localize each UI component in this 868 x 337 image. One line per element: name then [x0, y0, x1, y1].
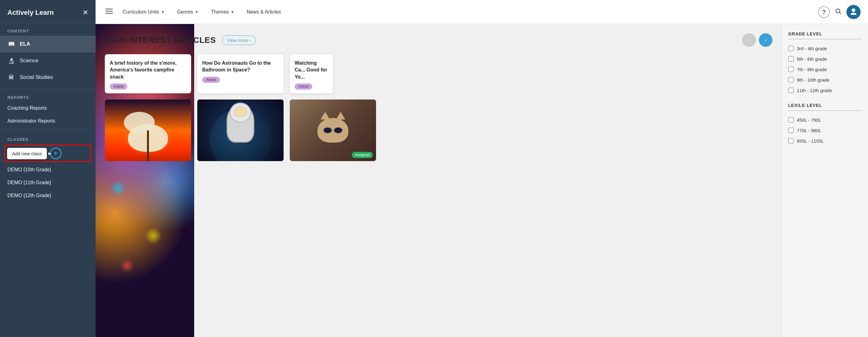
demo10-class[interactable]: DEMO [10th Grade]: [0, 163, 96, 176]
checkbox-grade-5-6[interactable]: [788, 56, 794, 62]
firework-5: [145, 227, 162, 244]
label-grade-9-10: 9th - 10th grade: [797, 77, 830, 82]
themes-button[interactable]: Themes ▼: [206, 7, 240, 17]
filter-lexile-450-790[interactable]: 450L - 790L: [788, 114, 862, 125]
curriculum-dropdown-arrow: ▼: [161, 10, 164, 14]
checkbox-lexile-450-790[interactable]: [788, 117, 794, 123]
svg-rect-1: [105, 11, 113, 12]
checkbox-lexile-955-1155[interactable]: [788, 138, 794, 143]
marshmallow-background: [105, 100, 191, 161]
article-card-watching-title: Watching Ca... Good for Yo...: [295, 60, 328, 80]
sidebar-item-ela[interactable]: 📖 ELA: [0, 36, 96, 53]
nav-actions: ?: [818, 5, 861, 19]
curriculum-units-button[interactable]: Curriculum Units ▼: [118, 7, 169, 17]
demo12-class[interactable]: DEMO [12th Grade]: [0, 189, 96, 202]
genres-dropdown-arrow: ▼: [195, 10, 199, 14]
social-studies-icon: 🏛: [7, 73, 16, 81]
filter-grade-7-8[interactable]: 7th - 8th grade: [788, 64, 862, 74]
article-card-watching-body: Watching Ca... Good for Yo... Article: [290, 54, 333, 93]
assigned-badge: Assigned: [352, 152, 373, 158]
sidebar-item-ela-label: ELA: [20, 41, 30, 47]
top-articles-row: A brief history of the s'more, America's…: [105, 54, 772, 93]
marshmallow-shape-2: [124, 112, 155, 133]
svg-rect-2: [105, 13, 113, 14]
filter-grade-3-4[interactable]: 3rd - 4th grade: [788, 43, 862, 54]
helmet-visor: [234, 106, 247, 117]
demo11-class[interactable]: DEMO [11th Grade]: [0, 176, 96, 189]
article-card-smores-body: A brief history of the s'more, America's…: [105, 54, 191, 93]
svg-point-3: [836, 9, 840, 13]
sidebar-item-science-label: Science: [20, 58, 38, 64]
grade-level-title: GRADE LEVEL: [788, 31, 862, 39]
search-button[interactable]: [833, 6, 843, 18]
content-area: HIGH-INTEREST ARTICLES View more › ‹ ›: [96, 24, 868, 337]
carousel-prev-button[interactable]: ‹: [742, 33, 756, 47]
coaching-reports-link[interactable]: Coaching Reports: [0, 102, 96, 114]
image-cards-row: Assigned: [105, 100, 772, 161]
image-card-marshmallow[interactable]: [105, 100, 191, 161]
label-grade-3-4: 3rd - 4th grade: [797, 46, 827, 51]
carousel-nav: ‹ ›: [742, 33, 772, 47]
article-card-astronauts-body: How Do Astronauts Go to the Bathroom in …: [197, 54, 284, 87]
marshmallow-stick: [147, 130, 149, 161]
astronaut-background: [197, 100, 284, 161]
checkbox-grade-11-12[interactable]: [788, 88, 794, 93]
sidebar-item-social-studies[interactable]: 🏛 Social Studies: [0, 69, 96, 86]
section-header: HIGH-INTEREST ARTICLES View more › ‹ ›: [105, 30, 772, 47]
sidebar: Actively Learn ✕ CONTENT 📖 ELA 🔬 Science…: [0, 0, 96, 337]
filter-grade-9-10[interactable]: 9th - 10th grade: [788, 74, 862, 85]
cat-ear-right: [336, 112, 345, 120]
filter-grade-11-12[interactable]: 11th - 12th grade: [788, 85, 862, 96]
article-card-smores[interactable]: A brief history of the s'more, America's…: [105, 54, 191, 93]
label-grade-5-6: 5th - 6th grade: [797, 56, 827, 62]
article-badge-astronauts: Article: [202, 77, 220, 83]
image-card-cat[interactable]: Assigned: [290, 100, 376, 161]
classes-section-label: CLASSES: [0, 133, 96, 143]
label-lexile-450-790: 450L - 790L: [797, 117, 822, 123]
label-lexile-955-1155: 955L - 1155L: [797, 138, 824, 143]
checkbox-grade-7-8[interactable]: [788, 67, 794, 72]
articles-scroll: HIGH-INTEREST ARTICLES View more › ‹ ›: [96, 24, 782, 173]
cat-sunglasses: [323, 127, 342, 133]
label-grade-11-12: 11th - 12th grade: [797, 88, 832, 93]
app-logo: Actively Learn: [7, 9, 54, 16]
sidebar-item-science[interactable]: 🔬 Science: [0, 53, 96, 69]
article-badge-watching: Article: [295, 83, 312, 90]
cat-ear-left: [320, 112, 330, 120]
article-card-watching[interactable]: Watching Ca... Good for Yo... Article: [290, 54, 333, 93]
sidebar-divider-2: [0, 130, 96, 130]
menu-icon[interactable]: [103, 5, 115, 19]
svg-rect-0: [105, 9, 113, 9]
checkbox-grade-3-4[interactable]: [788, 45, 794, 51]
article-card-astronauts-title: How Do Astronauts Go to the Bathroom in …: [202, 60, 279, 74]
user-avatar[interactable]: [846, 5, 861, 19]
image-card-astronaut[interactable]: [197, 100, 284, 161]
filter-grade-5-6[interactable]: 5th - 6th grade: [788, 54, 862, 64]
help-button[interactable]: ?: [818, 6, 830, 18]
article-badge-smores: Article: [110, 83, 127, 90]
genres-button[interactable]: Genres ▼: [172, 7, 204, 17]
checkbox-lexile-770-980[interactable]: [788, 128, 794, 133]
science-icon: 🔬: [7, 57, 16, 65]
firework-3: [110, 180, 126, 196]
add-new-class-button[interactable]: +: [50, 147, 62, 159]
carousel-next-button[interactable]: ›: [759, 33, 772, 47]
view-more-button[interactable]: View more ›: [222, 35, 256, 45]
sidebar-divider-1: [0, 88, 96, 89]
add-class-tooltip: Add new class: [7, 148, 47, 159]
label-lexile-770-980: 770L - 980L: [797, 128, 822, 133]
main-content: Curriculum Units ▼ Genres ▼ Themes ▼ New…: [96, 0, 868, 337]
news-articles-button[interactable]: News & Articles: [242, 7, 286, 17]
add-class-highlight-box: Add new class + ➔: [4, 145, 91, 162]
top-navigation: Curriculum Units ▼ Genres ▼ Themes ▼ New…: [96, 0, 868, 24]
sidebar-item-social-studies-label: Social Studies: [20, 74, 53, 80]
checkbox-grade-9-10[interactable]: [788, 77, 794, 82]
admin-reports-link[interactable]: Administrator Reports: [0, 114, 96, 128]
article-card-astronauts[interactable]: How Do Astronauts Go to the Bathroom in …: [197, 54, 284, 93]
articles-main: HIGH-INTEREST ARTICLES View more › ‹ ›: [96, 24, 782, 337]
filter-panel: GRADE LEVEL 3rd - 4th grade 5th - 6th gr…: [782, 24, 868, 337]
filter-lexile-955-1155[interactable]: 955L - 1155L: [788, 136, 862, 146]
reports-section-label: REPORTS: [0, 91, 96, 102]
sidebar-close-button[interactable]: ✕: [83, 9, 88, 16]
filter-lexile-770-980[interactable]: 770L - 980L: [788, 125, 862, 136]
